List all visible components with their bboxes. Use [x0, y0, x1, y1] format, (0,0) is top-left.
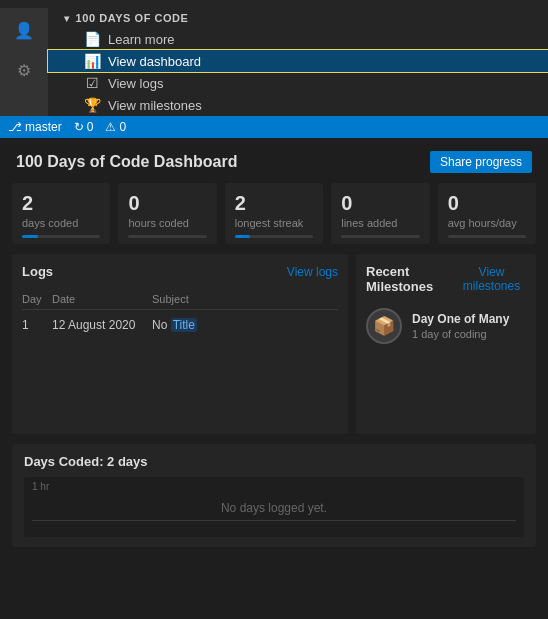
sidebar-item-view-logs[interactable]: ☑ View logs — [48, 72, 548, 94]
longest-streak-bar-fill — [235, 235, 251, 238]
longest-streak-label: longest streak — [235, 217, 313, 229]
main-content: Logs View logs Day Date Subject 1 12 Aug… — [0, 254, 548, 444]
chart-area: 1 hr No days logged yet. — [24, 477, 524, 537]
sidebar-item-label: Learn more — [108, 32, 174, 47]
milestone-icon: 📦 — [366, 308, 402, 344]
dashboard-title: 100 Days of Code Dashboard — [16, 153, 237, 171]
status-bar: ⎇ master ↻ 0 ⚠ 0 — [0, 116, 548, 138]
row-subject-text: No — [152, 318, 171, 332]
section-title: 100 DAYS OF CODE — [76, 12, 189, 24]
avg-hours-label: avg hours/day — [448, 217, 526, 229]
no-data-text: No days logged yet. — [32, 481, 516, 515]
hours-coded-label: hours coded — [128, 217, 206, 229]
days-coded-section: Days Coded: 2 days 1 hr No days logged y… — [12, 444, 536, 547]
sync-count: 0 — [87, 120, 94, 134]
sidebar-section-header: ▾ 100 DAYS OF CODE — [48, 8, 548, 28]
logs-title: Logs — [22, 264, 53, 279]
share-progress-button[interactable]: Share progress — [430, 151, 532, 173]
branch-status[interactable]: ⎇ master — [8, 120, 62, 134]
sidebar-item-view-dashboard[interactable]: 📊 View dashboard — [48, 50, 548, 72]
row-date: 12 August 2020 — [52, 318, 152, 332]
avg-hours-bar — [448, 235, 526, 238]
sync-status[interactable]: ↻ 0 — [74, 120, 94, 134]
col-day: Day — [22, 293, 52, 305]
days-coded-section-title: Days Coded: 2 days — [24, 454, 524, 469]
lines-added-bar — [341, 235, 419, 238]
days-coded-value: 2 — [22, 191, 100, 215]
sidebar-item-view-milestones[interactable]: 🏆 View milestones — [48, 94, 548, 116]
table-row: 1 12 August 2020 No Title — [22, 314, 338, 336]
view-logs-icon: ☑ — [84, 75, 100, 91]
vscode-sidebar-panel: 👤 ⚙ ▾ 100 DAYS OF CODE 📄 Learn more 📊 Vi… — [0, 0, 548, 139]
warning-count: 0 — [119, 120, 126, 134]
hours-coded-bar — [128, 235, 206, 238]
milestone-item: 📦 Day One of Many 1 day of coding — [366, 308, 526, 344]
hours-coded-value: 0 — [128, 191, 206, 215]
col-subject: Subject — [152, 293, 338, 305]
row-subject-highlight: Title — [171, 318, 197, 332]
milestone-info: Day One of Many 1 day of coding — [412, 312, 509, 340]
sync-icon: ↻ — [74, 120, 84, 134]
branch-name: master — [25, 120, 62, 134]
lines-added-value: 0 — [341, 191, 419, 215]
avg-hours-value: 0 — [448, 191, 526, 215]
stat-card-avg-hours: 0 avg hours/day — [438, 183, 536, 244]
sidebar-item-label: View dashboard — [108, 54, 201, 69]
sidebar-item-label: View milestones — [108, 98, 202, 113]
longest-streak-value: 2 — [235, 191, 313, 215]
lines-added-label: lines added — [341, 217, 419, 229]
longest-streak-bar — [235, 235, 313, 238]
sidebar-content: ▾ 100 DAYS OF CODE 📄 Learn more 📊 View d… — [48, 8, 548, 116]
stats-row: 2 days coded 0 hours coded 2 longest str… — [0, 183, 548, 254]
learn-more-icon: 📄 — [84, 31, 100, 47]
stat-card-hours-coded: 0 hours coded — [118, 183, 216, 244]
milestones-panel-header: Recent Milestones View milestones — [366, 264, 526, 294]
days-coded-bar-fill — [22, 235, 38, 238]
milestones-panel: Recent Milestones View milestones 📦 Day … — [356, 254, 536, 434]
logs-panel: Logs View logs Day Date Subject 1 12 Aug… — [12, 254, 348, 434]
row-day: 1 — [22, 318, 52, 332]
chevron-icon: ▾ — [64, 13, 70, 24]
stat-card-longest-streak: 2 longest streak — [225, 183, 323, 244]
col-date: Date — [52, 293, 152, 305]
view-milestones-button[interactable]: View milestones — [457, 265, 526, 293]
logs-panel-header: Logs View logs — [22, 264, 338, 279]
dashboard-header: 100 Days of Code Dashboard Share progres… — [0, 139, 548, 183]
row-subject: No Title — [152, 318, 338, 332]
account-icon[interactable]: 👤 — [10, 16, 38, 44]
milestone-name: Day One of Many — [412, 312, 509, 326]
gear-icon[interactable]: ⚙ — [10, 56, 38, 84]
milestones-title: Recent Milestones — [366, 264, 457, 294]
stat-card-lines-added: 0 lines added — [331, 183, 429, 244]
logs-table-header: Day Date Subject — [22, 289, 338, 310]
milestone-desc: 1 day of coding — [412, 328, 509, 340]
sidebar-item-learn-more[interactable]: 📄 Learn more — [48, 28, 548, 50]
dashboard: 100 Days of Code Dashboard Share progres… — [0, 139, 548, 547]
days-coded-label: days coded — [22, 217, 100, 229]
days-coded-bar — [22, 235, 100, 238]
chart-baseline — [32, 520, 516, 521]
view-dashboard-icon: 📊 — [84, 53, 100, 69]
stat-card-days-coded: 2 days coded — [12, 183, 110, 244]
branch-icon: ⎇ — [8, 120, 22, 134]
activity-bar: 👤 ⚙ — [0, 8, 48, 116]
view-logs-button[interactable]: View logs — [287, 265, 338, 279]
view-milestones-icon: 🏆 — [84, 97, 100, 113]
sidebar-item-label: View logs — [108, 76, 163, 91]
warning-status[interactable]: ⚠ 0 — [105, 120, 126, 134]
chart-y-label: 1 hr — [32, 481, 49, 492]
warning-icon: ⚠ — [105, 120, 116, 134]
